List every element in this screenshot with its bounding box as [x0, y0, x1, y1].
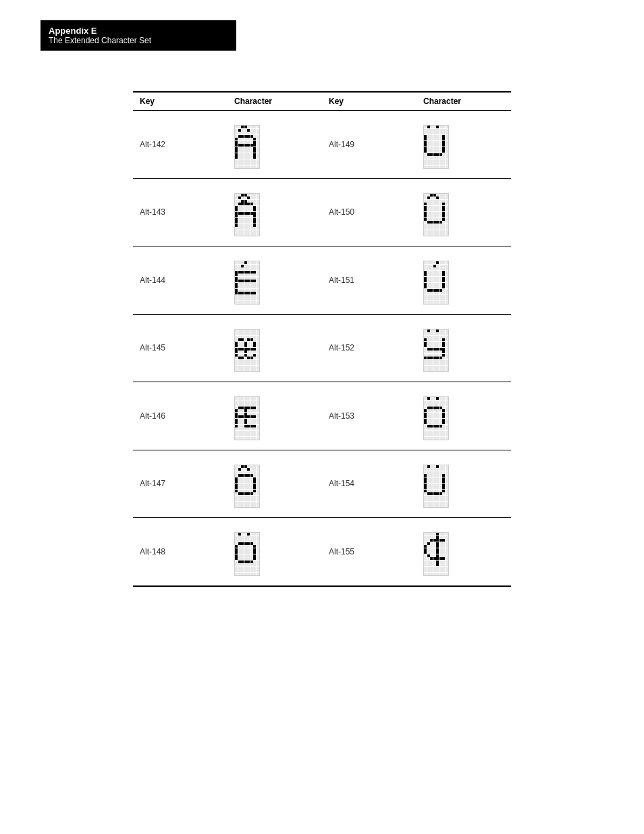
key1-label: Alt-144 [140, 276, 165, 285]
key2-cell: Alt-150 [322, 178, 417, 246]
char-pixel-art [423, 261, 449, 305]
char1-cell [227, 111, 322, 179]
char1-cell [227, 450, 322, 518]
char-pixel-art [423, 465, 449, 509]
char-pixel-art [234, 465, 260, 509]
char-pixel-art [423, 125, 449, 169]
char-pixel-art [234, 396, 260, 440]
key1-cell: Alt-146 [133, 382, 227, 450]
key2-cell: Alt-149 [322, 111, 417, 179]
table-row: Alt-146Alt-153 [133, 382, 511, 450]
character-table: Key Character Key Character Alt-142Alt-1… [133, 91, 511, 587]
key2-cell: Alt-152 [322, 314, 417, 382]
char1-cell [227, 314, 322, 382]
key2-label: Alt-152 [329, 343, 354, 353]
char1-cell [227, 246, 322, 315]
table-header-row: Key Character Key Character [133, 92, 511, 111]
char2-cell [417, 518, 511, 586]
char2-cell [417, 314, 511, 382]
table-row: Alt-144Alt-151 [133, 246, 511, 315]
table-row: Alt-147Alt-154 [133, 450, 511, 518]
table-row: Alt-143Alt-150 [133, 178, 511, 246]
key1-cell: Alt-142 [133, 111, 227, 179]
key1-cell: Alt-144 [133, 246, 227, 315]
char-pixel-art [234, 261, 260, 305]
header-title-line2: The Extended Character Set [49, 36, 228, 45]
key1-label: Alt-145 [140, 343, 165, 353]
key1-label: Alt-146 [140, 411, 165, 421]
char1-cell [227, 178, 322, 246]
char-pixel-art [423, 396, 449, 440]
character-table-container: Key Character Key Character Alt-142Alt-1… [133, 91, 511, 587]
key2-cell: Alt-153 [322, 382, 417, 450]
table-row: Alt-142Alt-149 [133, 111, 511, 179]
col-char2-header: Character [417, 92, 511, 111]
char-pixel-art [423, 329, 449, 373]
key1-cell: Alt-147 [133, 450, 227, 518]
char2-cell [417, 178, 511, 246]
appendix-header: Appendix E The Extended Character Set [41, 20, 236, 51]
key1-cell: Alt-143 [133, 178, 227, 246]
key2-label: Alt-149 [329, 140, 354, 149]
header-title-line1: Appendix E [49, 26, 228, 36]
char1-cell [227, 518, 322, 586]
key2-label: Alt-154 [329, 479, 354, 488]
key1-label: Alt-143 [140, 207, 165, 217]
char1-cell [227, 382, 322, 450]
char2-cell [417, 382, 511, 450]
key2-cell: Alt-154 [322, 450, 417, 518]
char-pixel-art [234, 193, 260, 237]
key2-label: Alt-155 [329, 547, 354, 556]
char-pixel-art [423, 193, 449, 237]
char2-cell [417, 246, 511, 315]
key2-label: Alt-150 [329, 207, 354, 217]
char-pixel-art [234, 329, 260, 373]
char2-cell [417, 450, 511, 518]
key1-label: Alt-148 [140, 547, 165, 556]
table-row: Alt-145Alt-152 [133, 314, 511, 382]
key2-label: Alt-151 [329, 276, 354, 285]
key1-label: Alt-147 [140, 479, 165, 488]
key2-cell: Alt-151 [322, 246, 417, 315]
char2-cell [417, 111, 511, 179]
key1-cell: Alt-148 [133, 518, 227, 586]
table-row: Alt-148Alt-155 [133, 518, 511, 586]
col-char1-header: Character [227, 92, 322, 111]
key2-cell: Alt-155 [322, 518, 417, 586]
char-pixel-art [423, 532, 449, 576]
char-pixel-art [234, 125, 260, 169]
key1-cell: Alt-145 [133, 314, 227, 382]
col-key1-header: Key [133, 92, 227, 111]
key1-label: Alt-142 [140, 140, 165, 149]
char-pixel-art [234, 532, 260, 576]
key2-label: Alt-153 [329, 411, 354, 421]
col-key2-header: Key [322, 92, 417, 111]
